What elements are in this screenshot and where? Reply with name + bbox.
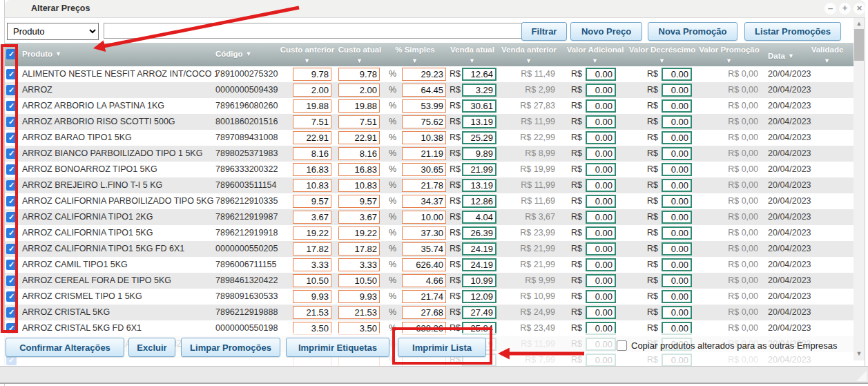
venda-atual-input[interactable] xyxy=(462,195,496,208)
custo-atual-input[interactable] xyxy=(338,290,380,303)
valor-decrescimo-input[interactable] xyxy=(662,258,692,271)
venda-atual-input[interactable] xyxy=(462,290,496,303)
simples-input[interactable] xyxy=(402,147,446,160)
valor-adicional-input[interactable] xyxy=(586,211,616,224)
venda-atual-input[interactable] xyxy=(462,99,496,113)
vertical-scrollbar[interactable]: ▲ ▼ xyxy=(853,18,865,360)
custo-atual-input[interactable] xyxy=(338,163,380,176)
venda-atual-input[interactable] xyxy=(462,84,496,97)
col-valor-adicional[interactable]: Valor Adicional xyxy=(564,46,626,54)
row-checkbox[interactable]: ✓ xyxy=(6,291,17,302)
venda-atual-input[interactable] xyxy=(462,226,496,240)
simples-input[interactable] xyxy=(402,226,446,240)
row-checkbox[interactable]: ✓ xyxy=(6,148,17,159)
simples-input[interactable] xyxy=(402,195,446,208)
valor-decrescimo-input[interactable] xyxy=(662,115,692,128)
valor-decrescimo-input[interactable] xyxy=(662,68,692,81)
row-checkbox[interactable]: ✓ xyxy=(6,196,17,206)
custo-anterior-input[interactable] xyxy=(293,99,331,113)
custo-anterior-input[interactable] xyxy=(293,274,331,287)
valor-decrescimo-input[interactable] xyxy=(662,274,692,287)
venda-atual-input[interactable] xyxy=(462,68,496,81)
row-checkbox[interactable]: ✓ xyxy=(6,276,17,286)
valor-decrescimo-input[interactable] xyxy=(662,211,692,224)
simples-input[interactable] xyxy=(402,84,446,97)
custo-anterior-input[interactable] xyxy=(293,131,331,144)
copy-to-companies-checkbox[interactable] xyxy=(617,340,627,351)
simples-input[interactable] xyxy=(402,258,446,271)
custo-atual-input[interactable] xyxy=(338,242,380,255)
col-venda-anterior[interactable]: Venda anterior xyxy=(500,46,558,54)
row-checkbox[interactable]: ✓ xyxy=(6,212,17,222)
col-custo-anterior[interactable]: Custo anterior xyxy=(278,46,336,54)
venda-atual-input[interactable] xyxy=(462,306,496,319)
simples-input[interactable] xyxy=(402,68,446,81)
row-checkbox[interactable]: ✓ xyxy=(6,228,17,238)
custo-atual-input[interactable] xyxy=(338,131,380,144)
close-button[interactable]: × xyxy=(853,3,865,15)
valor-decrescimo-input[interactable] xyxy=(662,226,692,240)
row-checkbox[interactable]: ✓ xyxy=(6,260,17,270)
custo-atual-input[interactable] xyxy=(338,179,380,192)
custo-anterior-input[interactable] xyxy=(293,179,331,192)
venda-atual-input[interactable] xyxy=(462,274,496,287)
col-valor-promocao[interactable]: Valor Promoção xyxy=(697,46,761,54)
valor-adicional-input[interactable] xyxy=(586,179,616,192)
valor-adicional-input[interactable] xyxy=(586,147,616,160)
venda-atual-input[interactable] xyxy=(462,211,496,224)
custo-anterior-input[interactable] xyxy=(293,211,331,224)
limpar-promocoes-button[interactable]: Limpar Promoções xyxy=(181,338,280,357)
col-simples[interactable]: % Simples xyxy=(389,46,441,54)
custo-atual-input[interactable] xyxy=(338,147,380,160)
excluir-button[interactable]: Excluir xyxy=(128,338,175,357)
valor-decrescimo-input[interactable] xyxy=(662,290,692,303)
custo-anterior-input[interactable] xyxy=(293,115,331,128)
col-venda-atual[interactable]: Venda atual xyxy=(447,46,498,54)
valor-decrescimo-input[interactable] xyxy=(662,163,692,176)
valor-decrescimo-input[interactable] xyxy=(662,99,692,113)
venda-atual-input[interactable] xyxy=(462,258,496,271)
imprimir-lista-button[interactable]: Imprimir Lista xyxy=(398,338,486,357)
col-validade[interactable]: Validade xyxy=(805,46,849,54)
valor-adicional-input[interactable] xyxy=(586,163,616,176)
confirmar-alteracoes-button[interactable]: Confirmar Alterações xyxy=(6,338,124,357)
valor-adicional-input[interactable] xyxy=(586,195,616,208)
row-checkbox[interactable]: ✓ xyxy=(6,85,17,95)
custo-anterior-input[interactable] xyxy=(293,306,331,319)
row-checkbox[interactable]: ✓ xyxy=(6,323,17,334)
valor-adicional-input[interactable] xyxy=(586,242,616,255)
custo-atual-input[interactable] xyxy=(338,258,380,271)
custo-atual-input[interactable] xyxy=(338,195,380,208)
col-codigo[interactable]: Código▼ xyxy=(215,50,271,58)
custo-anterior-input[interactable] xyxy=(293,84,331,97)
col-data[interactable]: Data▼ xyxy=(768,52,802,60)
valor-adicional-input[interactable] xyxy=(586,84,616,97)
simples-input[interactable] xyxy=(402,131,446,144)
valor-adicional-input[interactable] xyxy=(586,99,616,113)
venda-atual-input[interactable] xyxy=(462,179,496,192)
simples-input[interactable] xyxy=(402,115,446,128)
imprimir-etiquetas-button[interactable]: Imprimir Etiquetas xyxy=(286,338,389,357)
resize-grip-icon[interactable] xyxy=(856,371,867,381)
custo-anterior-input[interactable] xyxy=(293,258,331,271)
row-checkbox[interactable]: ✓ xyxy=(6,164,17,175)
filtrar-button[interactable]: Filtrar xyxy=(521,22,567,41)
minimize-button[interactable]: – xyxy=(824,3,836,15)
custo-atual-input[interactable] xyxy=(338,274,380,287)
col-custo-atual[interactable]: Custo atual xyxy=(337,46,383,54)
custo-atual-input[interactable] xyxy=(338,306,380,319)
custo-anterior-input[interactable] xyxy=(293,195,331,208)
custo-atual-input[interactable] xyxy=(338,226,380,240)
select-all-checkbox[interactable]: ✓ xyxy=(6,49,17,59)
custo-atual-input[interactable] xyxy=(338,211,380,224)
col-valor-decrescimo[interactable]: Valor Decréscimo xyxy=(626,46,698,54)
venda-atual-input[interactable] xyxy=(462,163,496,176)
col-produto[interactable]: Produto▼ xyxy=(22,50,105,58)
simples-input[interactable] xyxy=(402,274,446,287)
custo-anterior-input[interactable] xyxy=(293,242,331,255)
custo-anterior-input[interactable] xyxy=(293,290,331,303)
venda-atual-input[interactable] xyxy=(462,131,496,144)
row-checkbox[interactable]: ✓ xyxy=(6,117,17,127)
custo-atual-input[interactable] xyxy=(338,99,380,113)
simples-input[interactable] xyxy=(402,242,446,255)
